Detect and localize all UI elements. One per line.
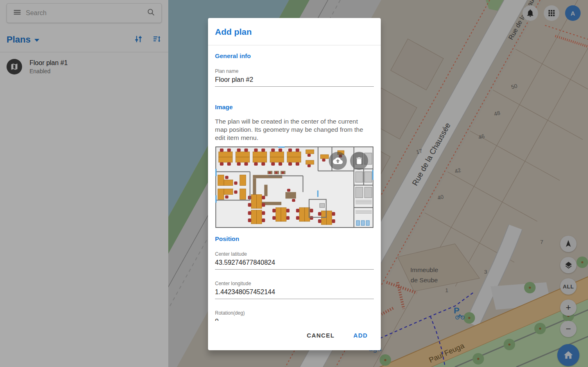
rotation-label: Rotation(deg) (215, 310, 374, 316)
upload-image-button[interactable] (329, 152, 347, 170)
floor-plan-preview (215, 146, 374, 228)
section-general-info: General info (215, 52, 374, 59)
trash-icon (355, 156, 364, 165)
rotation-input[interactable] (215, 318, 374, 321)
plan-name-label: Plan name (215, 68, 374, 74)
section-image: Image (215, 104, 374, 110)
delete-image-button[interactable] (350, 152, 368, 170)
cancel-button[interactable]: CANCEL (301, 329, 340, 342)
section-position: Position (215, 235, 374, 242)
latitude-input[interactable] (215, 259, 374, 270)
cloud-upload-icon (333, 156, 343, 166)
longitude-input[interactable] (215, 288, 374, 299)
dialog-title: Add plan (215, 27, 374, 37)
longitude-label: Center longitude (215, 281, 374, 286)
image-description: The plan will be created in the center o… (215, 117, 367, 142)
add-plan-dialog: Add plan General info Plan name Image Th… (208, 18, 381, 350)
add-button[interactable]: ADD (348, 329, 373, 342)
latitude-label: Center latitude (215, 251, 374, 257)
plan-name-input[interactable] (215, 76, 374, 87)
